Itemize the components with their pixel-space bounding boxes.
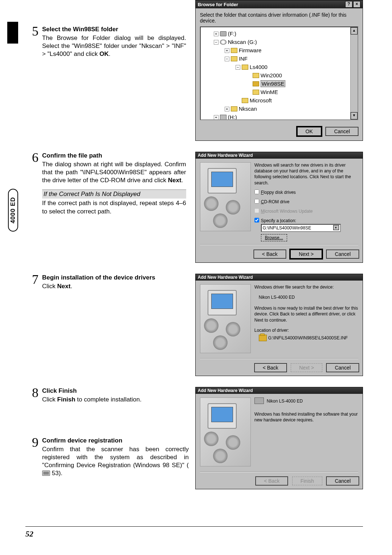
step5-title: Select the Win98SE folder [42,25,186,33]
wizard1-title-bar: Add New Hardware Wizard [196,152,363,159]
folder-icon [231,56,237,61]
step9-number: 9 [29,437,38,477]
step9-body: Confirm device registration Confirm that… [42,437,189,477]
device-name: Nikon LS-4000 ED [259,294,358,300]
cdrom-option[interactable]: CD-ROM drive [254,199,358,205]
wizard3-content: Nikon LS-4000 ED Windows has finished in… [254,397,358,469]
cancel-button[interactable]: Cancel [326,477,359,485]
step8-title: Click Finish [42,387,142,395]
wizard3-dialog: Add New Hardware Wizard Nikon LS-4000 ED… [195,387,363,489]
browse-folder-dialog: Browse for Folder ? × Select the folder … [195,0,363,141]
footer-rule [25,526,363,527]
step5-body: Select the Win98SE folder The Browse for… [42,25,186,58]
step7-number: 7 [29,274,38,290]
location-input[interactable]: G:\INF\LS4000\Win98SE▾ [261,224,341,232]
browse-title: Browse for Folder [198,2,238,7]
step9-title: Confirm device registration [42,437,189,445]
wizard1-content: Windows will search for new drivers in i… [254,162,358,241]
collapse-icon[interactable]: − [236,65,240,70]
help-button[interactable]: ? [345,1,352,8]
wizard1-dialog: Add New Hardware Wizard Windows will sea… [195,152,363,263]
folder-icon [242,65,248,70]
expand-icon[interactable]: + [225,48,229,53]
step7-body: Begin installation of the device drivers… [42,274,155,290]
back-button[interactable]: < Back [254,363,287,372]
folder-icon [242,98,248,103]
wizard2-content: Windows driver file search for the devic… [254,284,358,355]
dropdown-icon[interactable]: ▾ [333,225,339,230]
device-icon [254,397,264,404]
disk-icon [220,115,226,120]
next-button[interactable]: Next > [291,363,322,372]
step6-title: Confirm the file path [42,152,186,160]
folder-icon [253,90,259,95]
back-button[interactable]: < Back [254,250,286,258]
wizard-illustration [200,397,251,466]
cancel-button[interactable]: Cancel [326,250,359,258]
inf-file-icon [259,335,267,341]
wizard-illustration [200,162,251,231]
loc-label: Location of driver: [254,327,358,333]
ok-button[interactable]: OK [297,127,322,136]
specify-option[interactable]: Specify a location: [254,218,358,224]
selected-folder[interactable]: Win98SE [261,80,286,87]
cdrom-checkbox[interactable] [254,199,259,204]
scroll-down-icon[interactable]: ▼ [351,112,358,119]
folder-open-icon [253,81,259,86]
cancel-button[interactable]: Cancel [326,127,358,136]
side-tab: 4000 ED [8,189,18,232]
step8-body: Click Finish Click Finish to complete in… [42,387,142,404]
wizard3-title-bar: Add New Hardware Wizard [196,387,363,394]
step7-title: Begin installation of the device drivers [42,274,155,282]
expand-icon[interactable]: + [214,115,219,120]
floppy-option[interactable]: Floppy disk drives [254,189,358,195]
close-button[interactable]: × [353,1,360,8]
book-icon [42,470,50,476]
update-option: Microsoft Windows Update [254,208,358,214]
step6-body: Confirm the file path The dialog shown a… [42,152,186,216]
expand-icon[interactable]: + [214,32,219,36]
folder-icon [231,106,237,111]
device-name: Nikon LS-4000 ED [267,399,303,404]
page-marker [7,22,18,44]
scrollbar[interactable]: ▲▼ [350,27,358,119]
page-number: 52 [25,529,33,539]
specify-checkbox[interactable] [254,218,259,223]
collapse-icon[interactable]: − [214,40,219,45]
folder-icon [253,73,259,78]
cd-icon [220,40,226,45]
back-button: < Back [256,477,288,485]
step6-subheading: If the Correct Path Is Not Displayed [42,189,186,199]
folder-icon [231,48,237,53]
update-checkbox [254,208,259,213]
browse-button[interactable]: Browse... [261,234,287,241]
expand-icon[interactable]: + [225,107,229,111]
wizard2-dialog: Add New Hardware Wizard Windows driver f… [195,274,363,376]
step8-number: 8 [29,387,38,404]
browse-title-bar: Browse for Folder ? × [196,0,363,8]
scroll-up-icon[interactable]: ▲ [351,27,358,34]
floppy-checkbox[interactable] [254,189,259,194]
step5-number: 5 [29,25,38,58]
step6-number: 6 [29,152,38,216]
drive-icon [220,31,226,36]
cancel-button[interactable]: Cancel [326,363,359,372]
wizard2-title-bar: Add New Hardware Wizard [196,274,363,281]
wizard-illustration [200,284,251,353]
finish-button[interactable]: Finish [292,477,322,485]
driver-location: G:\INF\LS4000\WIN98SE\LS4000SE.INF [259,335,358,341]
collapse-icon[interactable]: − [225,57,229,61]
browse-hint: Select the folder that contains driver i… [200,12,358,24]
folder-tree[interactable]: ▲▼ +(F:) −Nkscan (G:) +Firmware −INF −Ls… [200,26,358,120]
side-tab-label: 4000 ED [9,197,17,223]
next-button[interactable]: Next > [290,249,322,259]
